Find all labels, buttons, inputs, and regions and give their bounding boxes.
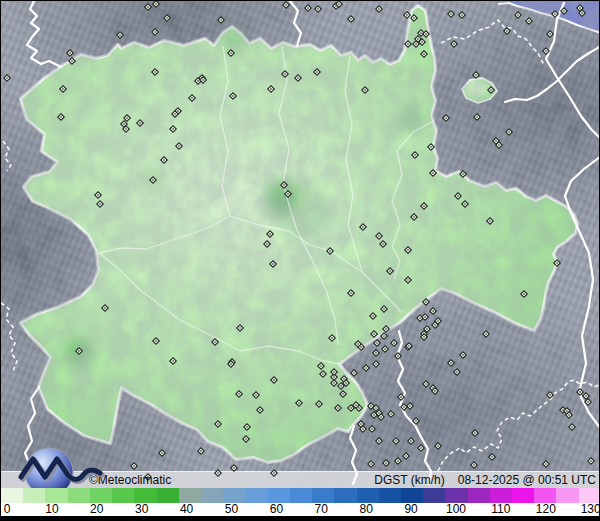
scale-segment [556,488,578,503]
scale-segment [23,488,45,503]
scale-tick: 90 [404,502,417,516]
scale-segment [334,488,356,503]
map-area: ©Meteoclimatic DGST (km/h) 08-12-2025 @ … [1,1,600,488]
scale-segment [468,488,490,503]
weather-map-screenshot: ©Meteoclimatic DGST (km/h) 08-12-2025 @ … [0,0,600,521]
variable-label: DGST (km/h) [374,473,444,487]
scale-segment [268,488,290,503]
bottom-black-band [1,516,600,521]
scale-tick: 20 [90,502,103,516]
scale-segment [245,488,267,503]
scale-segment [134,488,156,503]
scale-segment [401,488,423,503]
scale-tick: 60 [270,502,283,516]
scale-segment [490,488,512,503]
scale-segment [423,488,445,503]
scale-segment [112,488,134,503]
map-canvas [1,1,600,488]
scale-tick: 0 [4,502,11,516]
scale-segment [534,488,556,503]
scale-segment [68,488,90,503]
scale-segment [45,488,67,503]
scale-tick: 110 [491,502,510,516]
scale-tick: 100 [446,502,466,516]
scale-segment [1,488,23,503]
scale-tick: 80 [360,502,373,516]
scale-tick: 10 [45,502,58,516]
scale-segment [201,488,223,503]
scale-tick: 40 [180,502,193,516]
scale-segment [157,488,179,503]
scale-segment [179,488,201,503]
color-scale-bar [1,488,600,503]
scale-segment [379,488,401,503]
scale-tick: 70 [315,502,328,516]
scale-segment [357,488,379,503]
scale-segment [512,488,534,503]
scale-segment [579,488,600,503]
scale-tick-labels: 0102030405060708090100110120130 [1,503,600,516]
scale-segment [290,488,312,503]
scale-segment [223,488,245,503]
scale-tick: 130 [581,502,600,516]
scale-tick: 30 [135,502,148,516]
scale-segment [445,488,467,503]
scale-segment [90,488,112,503]
scale-tick: 120 [536,502,556,516]
scale-segment [312,488,334,503]
scale-tick: 50 [225,502,238,516]
timestamp-label: 08-12-2025 @ 00:51 UTC [458,473,596,487]
